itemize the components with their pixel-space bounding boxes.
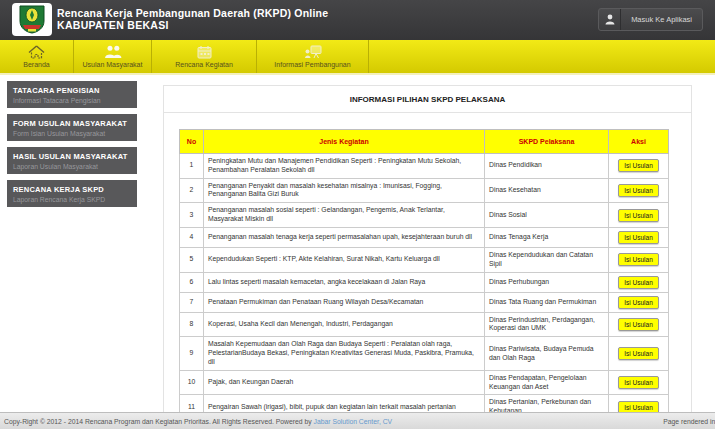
table-row: 6 Lalu lintas seperti masalah kemacetan,… xyxy=(180,272,669,292)
isi-usulan-button[interactable]: Isi Usulan xyxy=(618,376,659,389)
nav-label-informasi-pembangunan: Informasi Pembangunan xyxy=(274,61,350,68)
nav-item-usulan-masyarakat[interactable]: Usulan Masyarakat xyxy=(74,40,152,73)
cell-skpd: Dinas Sosial xyxy=(485,203,609,228)
nav-label-beranda: Beranda xyxy=(23,61,49,68)
isi-usulan-button[interactable]: Isi Usulan xyxy=(618,347,659,360)
cell-no: 5 xyxy=(180,247,204,272)
login-label: Masuk Ke Aplikasi xyxy=(621,15,702,24)
main-panel: INFORMASI PILIHAN SKPD PELAKSANA No Jeni… xyxy=(163,85,692,413)
sidebar-item-subtitle: Laporan Rencana Kerja SKPD xyxy=(13,196,131,203)
table-row: 1 Peningkatan Mutu dan Manajemen Pendidi… xyxy=(180,154,669,179)
cell-kegiatan: Penanganan masalah tenaga kerja seperti … xyxy=(204,227,485,247)
table-row: 2 Penanganan Penyakit dan masalah keseha… xyxy=(180,178,669,203)
sidebar-item-subtitle: Form Isian Usulan Masyarakat xyxy=(13,130,131,137)
cell-kegiatan: Peningkatan Mutu dan Manajemen Pendidika… xyxy=(204,154,485,179)
render-time-text: Page rendered in 0 xyxy=(663,418,715,425)
isi-usulan-button[interactable]: Isi Usulan xyxy=(618,253,659,266)
isi-usulan-button[interactable]: Isi Usulan xyxy=(618,159,659,172)
cell-kegiatan: Koperasi, Usaha Kecil dan Menengah, Indu… xyxy=(204,312,485,337)
cell-no: 4 xyxy=(180,227,204,247)
col-header-no: No xyxy=(180,130,204,154)
sidebar-item-rencana-kerja-skpd[interactable]: RENCANA KERJA SKPD Laporan Rencana Kerja… xyxy=(7,180,137,207)
cell-kegiatan: Penataan Permukiman dan Penataan Ruang W… xyxy=(204,292,485,312)
table-row: 10 Pajak, dan Keungan Daerah Dinas Penda… xyxy=(180,370,669,395)
user-icon xyxy=(599,9,621,30)
panel-title: INFORMASI PILIHAN SKPD PELAKSANA xyxy=(164,86,691,113)
sidebar-item-subtitle: Laporan Usulan Masyarakat xyxy=(13,163,131,170)
presentation-icon xyxy=(304,45,322,59)
copyright-text: Copy-Right © 2012 - 2014 Rencana Program… xyxy=(4,418,392,425)
sidebar-item-subtitle: Informasi Tatacara Pengisian xyxy=(13,97,131,104)
copyright-prefix: Copy-Right © 2012 - 2014 Rencana Program… xyxy=(4,418,314,425)
cell-skpd: Dinas Tenaga Kerja xyxy=(485,227,609,247)
cell-aksi: Isi Usulan xyxy=(609,337,669,370)
home-icon xyxy=(28,45,45,59)
isi-usulan-button[interactable]: Isi Usulan xyxy=(618,296,659,309)
app-header: Rencana Kerja Pembangunan Daerah (RKPD) … xyxy=(0,0,715,40)
sidebar-item-hasil-usulan-masyarakat[interactable]: HASIL USULAN MASYARAKAT Laporan Usulan M… xyxy=(7,147,137,174)
cell-kegiatan: Penanganan Penyakit dan masalah kesehata… xyxy=(204,178,485,203)
isi-usulan-button[interactable]: Isi Usulan xyxy=(618,276,659,289)
cell-skpd: Dinas Tata Ruang dan Permukiman xyxy=(485,292,609,312)
cell-aksi: Isi Usulan xyxy=(609,178,669,203)
table-row: 4 Penanganan masalah tenaga kerja sepert… xyxy=(180,227,669,247)
cell-skpd: Dinas Perhubungan xyxy=(485,272,609,292)
calendar-icon xyxy=(197,45,212,59)
cell-no: 3 xyxy=(180,203,204,228)
cell-skpd: Dinas Perindustrian, Perdagangan, Kopera… xyxy=(485,312,609,337)
sidebar-item-title: FORM USULAN MASYARAKAT xyxy=(13,119,131,128)
nav-item-informasi-pembangunan[interactable]: Informasi Pembangunan xyxy=(257,40,369,73)
nav-label-usulan-masyarakat: Usulan Masyarakat xyxy=(83,61,143,68)
cell-skpd: Dinas Pariwisata, Budaya Pemuda dan Olah… xyxy=(485,337,609,370)
cell-aksi: Isi Usulan xyxy=(609,292,669,312)
cell-aksi: Isi Usulan xyxy=(609,312,669,337)
sidebar-item-tatacara-pengisian[interactable]: TATACARA PENGISIAN Informasi Tatacara Pe… xyxy=(7,81,137,108)
isi-usulan-button[interactable]: Isi Usulan xyxy=(618,209,659,222)
table-header-row: No Jenis Kegiatan SKPD Pelaksana Aksi xyxy=(180,130,669,154)
nav-item-rencana-kegiatan[interactable]: Rencana Kegiatan xyxy=(152,40,257,73)
nav-label-rencana-kegiatan: Rencana Kegiatan xyxy=(175,61,233,68)
login-button[interactable]: Masuk Ke Aplikasi xyxy=(598,8,703,31)
page-footer: Copy-Right © 2012 - 2014 Rencana Program… xyxy=(0,412,715,429)
cell-aksi: Isi Usulan xyxy=(609,272,669,292)
table-wrap: No Jenis Kegiatan SKPD Pelaksana Aksi 1 … xyxy=(179,129,691,429)
cell-no: 1 xyxy=(180,154,204,179)
col-header-skpd-pelaksana: SKPD Pelaksana xyxy=(485,130,609,154)
cell-kegiatan: Masalah Kepemudaan dan Olah Raga dan Bud… xyxy=(204,337,485,370)
cell-aksi: Isi Usulan xyxy=(609,370,669,395)
sidebar: TATACARA PENGISIAN Informasi Tatacara Pe… xyxy=(7,81,137,213)
table-row: 9 Masalah Kepemudaan dan Olah Raga dan B… xyxy=(180,337,669,370)
sidebar-item-title: HASIL USULAN MASYARAKAT xyxy=(13,152,131,161)
coat-of-arms-icon xyxy=(19,5,45,34)
cell-no: 10 xyxy=(180,370,204,395)
app-title-block: Rencana Kerja Pembangunan Daerah (RKPD) … xyxy=(57,7,328,31)
cell-kegiatan: Pajak, dan Keungan Daerah xyxy=(204,370,485,395)
isi-usulan-button[interactable]: Isi Usulan xyxy=(618,184,659,197)
users-icon xyxy=(104,45,122,59)
table-row: 3 Penanganan masalah sosial seperti : Ge… xyxy=(180,203,669,228)
nav-item-beranda[interactable]: Beranda xyxy=(0,40,74,73)
app-title: Rencana Kerja Pembangunan Daerah (RKPD) … xyxy=(57,7,328,19)
cell-no: 6 xyxy=(180,272,204,292)
cell-no: 2 xyxy=(180,178,204,203)
cell-aksi: Isi Usulan xyxy=(609,154,669,179)
isi-usulan-button[interactable]: Isi Usulan xyxy=(618,318,659,331)
cell-no: 7 xyxy=(180,292,204,312)
table-row: 7 Penataan Permukiman dan Penataan Ruang… xyxy=(180,292,669,312)
footer-link[interactable]: Jabar Solution Center, CV xyxy=(314,418,393,425)
cell-kegiatan: Kependudukan Seperti : KTP, Akte Kelahir… xyxy=(204,247,485,272)
app-subtitle: KABUPATEN BEKASI xyxy=(57,19,328,31)
cell-no: 8 xyxy=(180,312,204,337)
skpd-table: No Jenis Kegiatan SKPD Pelaksana Aksi 1 … xyxy=(179,129,669,429)
cell-skpd: Dinas Pendidikan xyxy=(485,154,609,179)
cell-aksi: Isi Usulan xyxy=(609,203,669,228)
cell-kegiatan: Penanganan masalah sosial seperti : Gela… xyxy=(204,203,485,228)
col-header-aksi: Aksi xyxy=(609,130,669,154)
main-nav: Beranda Usulan Masyarakat Rencana Kegiat… xyxy=(0,40,715,75)
cell-no: 9 xyxy=(180,337,204,370)
cell-aksi: Isi Usulan xyxy=(609,247,669,272)
sidebar-item-title: TATACARA PENGISIAN xyxy=(13,86,131,95)
sidebar-item-form-usulan-masyarakat[interactable]: FORM USULAN MASYARAKAT Form Isian Usulan… xyxy=(7,114,137,141)
isi-usulan-button[interactable]: Isi Usulan xyxy=(618,231,659,244)
cell-skpd: Dinas Kependudukan dan Catatan Sipil xyxy=(485,247,609,272)
